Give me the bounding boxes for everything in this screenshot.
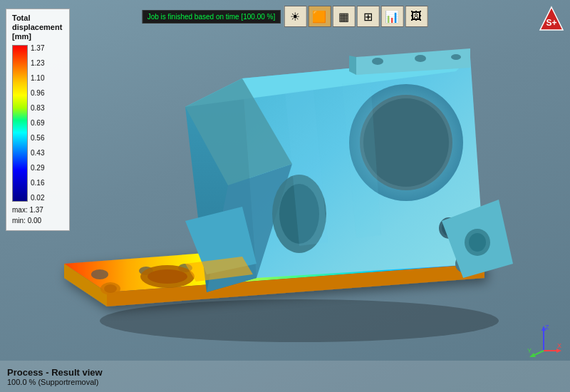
svg-point-26 — [451, 54, 461, 60]
legend-value-label: 0.83 — [31, 105, 44, 112]
toolbar-btn-2[interactable]: 🟧 — [308, 6, 331, 27]
legend-value-label: 1.23 — [31, 60, 44, 67]
toolbar-btn-6[interactable]: 🖼 — [405, 6, 428, 27]
svg-point-28 — [104, 284, 117, 293]
svg-point-24 — [372, 58, 383, 65]
main-viewport: Total displacement [mm] 1.371.231.100.96… — [0, 0, 570, 392]
toolbar-btn-5[interactable]: 📊 — [380, 6, 403, 27]
svg-point-25 — [415, 55, 426, 62]
legend-value-label: 0.16 — [31, 180, 44, 187]
legend-value-label: 0.56 — [31, 135, 44, 142]
toolbar: Job is finished based on time [100.00 %]… — [142, 6, 428, 27]
axes-indicator: Z X Y — [526, 322, 561, 358]
app-logo: S+ — [539, 6, 564, 31]
job-status-bar: Job is finished based on time [100.00 %] — [142, 10, 281, 24]
status-bar: Process - Result view 100.0 % (Supportre… — [0, 361, 570, 392]
legend-title: Total displacement [mm] — [12, 14, 63, 42]
color-bar-container: 1.371.231.100.960.830.690.560.430.290.16… — [12, 45, 63, 202]
svg-point-23 — [469, 233, 486, 252]
toolbar-btn-4[interactable]: ⊞ — [356, 6, 379, 27]
color-legend: Total displacement [mm] 1.371.231.100.96… — [6, 9, 70, 231]
color-labels: 1.371.231.100.960.830.690.560.430.290.16… — [28, 45, 44, 202]
legend-value-label: 0.02 — [31, 195, 44, 202]
legend-max: max: 1.37 — [12, 205, 63, 215]
color-bar — [12, 45, 28, 202]
svg-text:Z: Z — [545, 324, 549, 331]
svg-text:S+: S+ — [546, 18, 556, 28]
process-result-label: Process - Result view — [7, 367, 563, 378]
toolbar-btn-1[interactable]: ☀ — [284, 6, 306, 27]
legend-value-label: 0.43 — [31, 150, 44, 157]
svg-text:Y: Y — [527, 347, 532, 354]
legend-stats: max: 1.37 min: 0.00 — [12, 205, 63, 226]
legend-min: min: 0.00 — [12, 215, 63, 226]
3d-part-visualization — [43, 21, 556, 356]
legend-value-label: 1.10 — [31, 75, 44, 82]
legend-value-label: 1.37 — [31, 45, 44, 52]
svg-point-10 — [147, 269, 187, 284]
svg-text:X: X — [557, 342, 561, 349]
process-subtitle: 100.0 % (Supportremoval) — [7, 378, 563, 386]
svg-point-0 — [100, 299, 499, 342]
toolbar-btn-3[interactable]: ▦ — [332, 6, 355, 27]
legend-value-label: 0.69 — [31, 120, 44, 127]
svg-point-1 — [91, 269, 108, 279]
legend-value-label: 0.29 — [31, 165, 44, 172]
legend-value-label: 0.96 — [31, 90, 44, 97]
